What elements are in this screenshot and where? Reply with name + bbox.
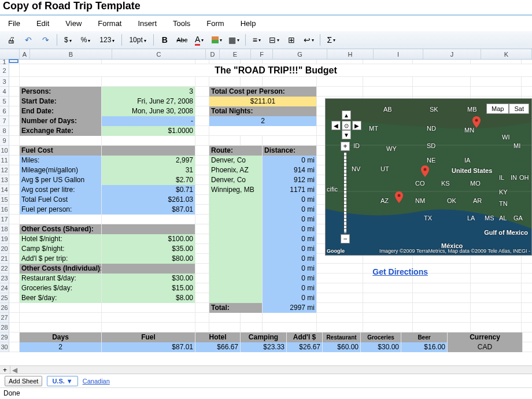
menu-format[interactable]: Format xyxy=(98,19,121,28)
add-sheet-plus-icon[interactable]: + xyxy=(0,366,10,374)
map-pan-controls[interactable]: ▲ ◀ ⊙ ▶ xyxy=(331,110,361,130)
col-header-B[interactable]: B xyxy=(30,49,112,59)
zoom-in-icon[interactable]: + xyxy=(341,142,350,151)
map-marker-icon xyxy=(421,165,429,177)
valign-icon[interactable]: ⊟ xyxy=(268,34,280,46)
print-icon[interactable]: 🖨 xyxy=(5,34,17,46)
menu-insert[interactable]: Insert xyxy=(138,19,157,28)
bold-icon[interactable]: B xyxy=(158,34,171,46)
font-size[interactable]: 10pt xyxy=(127,36,148,44)
horizontal-scrollbar[interactable]: + ◀ xyxy=(0,365,532,374)
pan-left-icon[interactable]: ◀ xyxy=(331,121,341,130)
map-tab-sat[interactable]: Sat xyxy=(509,104,529,114)
menu-file[interactable]: File xyxy=(8,19,20,28)
percent-format[interactable]: % xyxy=(79,36,93,44)
col-header-G[interactable]: G xyxy=(273,49,327,59)
text-color-icon[interactable]: A xyxy=(193,34,206,46)
fill-color-icon[interactable] xyxy=(210,34,223,46)
row-headers[interactable]: 1234567891011121314151617181920212223242… xyxy=(0,60,9,352)
menu-edit[interactable]: Edit xyxy=(36,19,49,28)
select-all-corner[interactable] xyxy=(0,49,20,59)
status-bar: Done xyxy=(0,387,532,399)
map-tab-map[interactable]: Map xyxy=(486,104,509,114)
pan-down-icon[interactable]: ▼ xyxy=(342,130,351,139)
col-header-A[interactable]: A xyxy=(20,49,30,59)
pan-right-icon[interactable]: ▶ xyxy=(352,121,361,130)
undo-icon[interactable]: ↶ xyxy=(22,34,35,46)
currency-format[interactable]: $ xyxy=(62,36,74,44)
sheet-tabs: Add Sheet U.S. ▼ Canadian xyxy=(0,374,532,387)
sheet-tab-canadian[interactable]: Canadian xyxy=(83,378,110,385)
pan-up-icon[interactable]: ▲ xyxy=(342,110,351,120)
halign-icon[interactable]: ≡ xyxy=(250,34,263,46)
map-type-tabs[interactable]: Map Sat xyxy=(486,104,529,114)
svg-point-1 xyxy=(475,119,478,122)
get-directions-link[interactable]: Get Directions xyxy=(372,267,428,276)
wrap-icon[interactable]: ↩ xyxy=(302,34,315,46)
col-header-E[interactable]: E xyxy=(220,49,251,59)
col-header-D[interactable]: D xyxy=(206,49,220,59)
col-header-F[interactable]: F xyxy=(251,49,273,59)
menubar: File Edit View Format Insert Tools Form … xyxy=(0,16,532,31)
map-marker-icon xyxy=(395,191,403,203)
merge-icon[interactable]: ⊞ xyxy=(285,34,298,46)
col-header-I[interactable]: I xyxy=(374,49,423,59)
toolbar: 🖨 ↶ ↷ $ % 123 10pt B Abc A ▦ ≡ ⊟ ⊞ ↩ Σ xyxy=(0,31,532,49)
zoom-out-icon[interactable]: − xyxy=(341,234,350,243)
map-marker-icon xyxy=(472,116,481,128)
svg-point-2 xyxy=(424,168,427,171)
col-header-K[interactable]: K xyxy=(481,49,532,59)
menu-form[interactable]: Form xyxy=(206,19,224,28)
borders-icon[interactable]: ▦ xyxy=(228,34,241,46)
sheet-tab-active[interactable]: U.S. ▼ xyxy=(47,376,77,386)
column-headers[interactable]: ABCDEFGHIJK xyxy=(0,49,532,60)
doc-title: Copy of Road Trip Template xyxy=(0,0,532,12)
col-header-C[interactable]: C xyxy=(112,49,206,59)
embedded-map[interactable]: AB SK MB MT ND MN WI MI ID WY SD NE IA N… xyxy=(325,98,532,256)
menu-tools[interactable]: Tools xyxy=(173,19,190,28)
svg-point-3 xyxy=(398,194,401,197)
col-header-J[interactable]: J xyxy=(423,49,481,59)
formula-icon[interactable]: Σ xyxy=(325,34,338,46)
strike-icon[interactable]: Abc xyxy=(176,34,189,46)
menu-help[interactable]: Help xyxy=(241,19,256,28)
map-zoom-slider[interactable]: + − xyxy=(341,142,350,243)
col-header-H[interactable]: H xyxy=(327,49,374,59)
redo-icon[interactable]: ↷ xyxy=(39,34,52,46)
number-format[interactable]: 123 xyxy=(97,36,117,44)
map-attribution: Google Imagery ©2009 TerraMetrics, Map d… xyxy=(327,248,530,254)
menu-view[interactable]: View xyxy=(65,19,82,28)
add-sheet-button[interactable]: Add Sheet xyxy=(5,376,42,386)
pan-center-icon[interactable]: ⊙ xyxy=(342,121,351,130)
